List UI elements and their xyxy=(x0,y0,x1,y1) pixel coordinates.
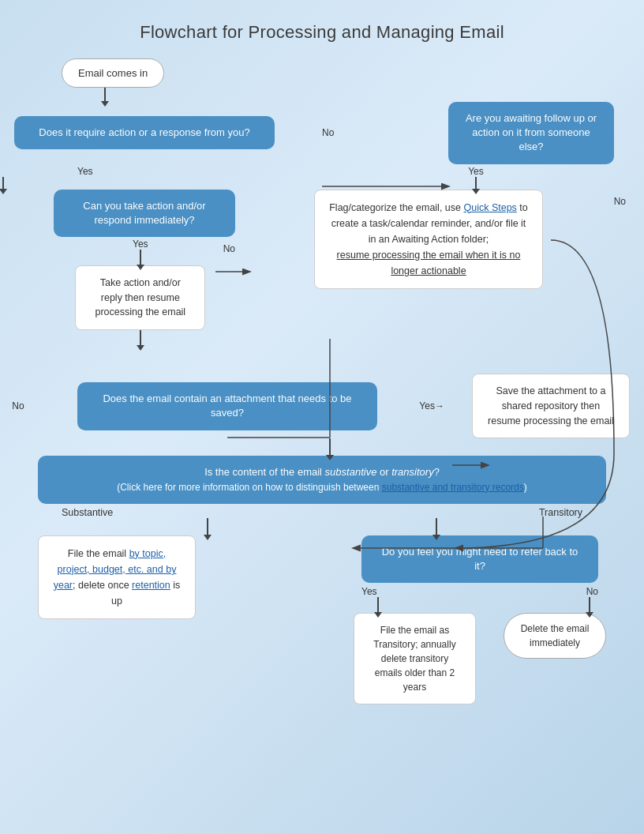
decision-2: Can you take action and/or respond immed… xyxy=(54,190,235,237)
process-4: File the email by topic, project, budget… xyxy=(38,535,196,619)
yes5-label: Yes xyxy=(361,586,377,597)
yes1-label: Yes xyxy=(14,164,93,177)
flowchart: Email comes in Does it require action or… xyxy=(14,58,630,728)
no1-label: No xyxy=(322,127,334,138)
p6-label: Delete the email immediately xyxy=(521,623,590,648)
d2-label: Can you take action and/or respond immed… xyxy=(83,200,205,226)
p5-label: File the email as Transitory; annually d… xyxy=(373,625,455,693)
start-node: Email comes in xyxy=(62,58,164,88)
d5-text2: or xyxy=(376,466,391,478)
d5-text1: Is the content of the email xyxy=(204,466,324,478)
yes4-label: Yes → xyxy=(417,400,472,411)
p3-label: Save the attachment to a shared reposito… xyxy=(488,385,614,426)
yes3-label: Yes xyxy=(468,164,484,177)
decision-5: Is the content of the email substantive … xyxy=(38,456,606,503)
no3-label: No xyxy=(614,196,626,207)
decision-1: Does it require action or a response fro… xyxy=(14,116,275,149)
p2-text1: Flag/categorize the email, use xyxy=(329,202,463,213)
transitory-label: Transitory xyxy=(539,507,582,518)
d5-sub1: (Click here for more information on how … xyxy=(117,482,382,493)
substantive-transitory-link[interactable]: substantive and transitory records xyxy=(382,482,524,493)
d5-italic2: transitory xyxy=(391,466,433,478)
process-6: Delete the email immediately xyxy=(504,613,606,659)
d1-label: Does it require action or a response fro… xyxy=(39,126,249,138)
substantive-label: Substantive xyxy=(62,507,113,518)
p4-text: File the email xyxy=(68,548,129,559)
d5-italic1: substantive xyxy=(325,466,377,478)
d5-sub2: ) xyxy=(524,482,527,493)
p1-label: Take action and/or reply then resume pro… xyxy=(95,277,186,318)
p2-underline: resume processing the email when it is n… xyxy=(337,250,521,276)
decision-4: Does the email contain an attachment tha… xyxy=(77,382,377,430)
decision-5-wrapper: Is the content of the email substantive … xyxy=(14,456,630,503)
d4-label: Does the email contain an attachment tha… xyxy=(103,393,351,419)
start-label: Email comes in xyxy=(78,67,148,79)
d5-text3: ? xyxy=(434,466,440,478)
decision-3: Are you awaiting follow up or action on … xyxy=(448,102,614,164)
retention-link[interactable]: retention xyxy=(132,580,170,591)
d6-label: Do you feel you might need to refer back… xyxy=(382,546,578,572)
process-1: Take action and/or reply then resume pro… xyxy=(75,265,205,330)
process-5: File the email as Transitory; annually d… xyxy=(354,613,476,704)
process-3: Save the attachment to a shared reposito… xyxy=(472,374,630,438)
no2-label: No xyxy=(223,243,235,254)
yes2-label: Yes xyxy=(133,237,148,250)
process-2: Flag/categorize the email, use Quick Ste… xyxy=(314,190,543,289)
d3-label: Are you awaiting follow up or action on … xyxy=(466,112,597,152)
decision-6: Do you feel you might need to refer back… xyxy=(361,535,598,583)
p4-cont: ; delete once xyxy=(73,580,132,591)
page-title: Flowchart for Processing and Managing Em… xyxy=(0,0,644,58)
quicksteps-link[interactable]: Quick Steps xyxy=(463,202,516,213)
no5-label: No xyxy=(586,586,598,597)
